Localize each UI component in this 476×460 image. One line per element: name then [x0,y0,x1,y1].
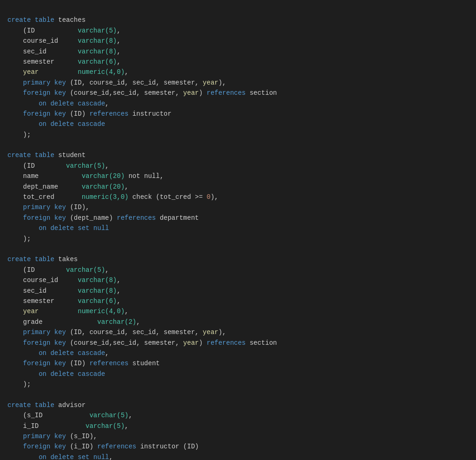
create-table-teaches-keyword: create table [7,16,54,24]
code-editor: create table teaches (ID varchar(5), cou… [7,5,469,460]
create-table-advisor-keyword: create table [7,401,54,409]
create-table-student-keyword: create table [7,151,54,159]
create-table-takes-keyword: create table [7,256,54,263]
